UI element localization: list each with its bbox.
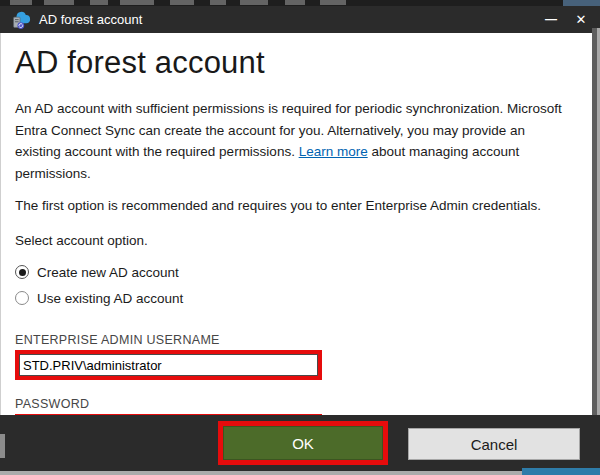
- radio-create-new-ad-account[interactable]: Create new AD account: [15, 261, 574, 283]
- dialog-content: AD forest account An AD account with suf…: [0, 33, 592, 415]
- radio-use-existing-label: Use existing AD account: [37, 291, 183, 306]
- background-text-fragment: [285, 0, 305, 5]
- page-title: AD forest account: [15, 45, 574, 81]
- background-text-fragment: [170, 0, 194, 5]
- dialog-footer: OK Cancel: [0, 415, 600, 471]
- username-label: ENTERPRISE ADMIN USERNAME: [15, 333, 574, 347]
- background-text-fragment: [240, 0, 268, 5]
- screen: AD forest account — ✕ AD forest account …: [0, 0, 600, 475]
- username-annotation-highlight: [15, 350, 322, 380]
- radio-unselected-icon: [15, 291, 29, 305]
- cancel-button[interactable]: Cancel: [408, 428, 580, 460]
- background-text-fragment: [44, 0, 74, 5]
- dialog-titlebar: AD forest account — ✕: [0, 6, 600, 33]
- ok-annotation-highlight: OK: [218, 421, 388, 465]
- background-window-bottom-strip: [0, 471, 522, 475]
- select-option-label: Select account option.: [15, 230, 574, 252]
- password-label: PASSWORD: [15, 397, 574, 411]
- window-controls: — ✕: [536, 6, 600, 33]
- background-window-blue-fragment: [522, 468, 600, 475]
- entra-connect-sync-app-icon: [11, 10, 31, 30]
- background-text-fragment: [90, 0, 108, 5]
- minimize-button[interactable]: —: [536, 6, 566, 33]
- ok-button[interactable]: OK: [223, 426, 383, 460]
- background-text-fragment: [320, 0, 346, 5]
- learn-more-link[interactable]: Learn more: [299, 144, 368, 159]
- background-text-fragment: [10, 0, 32, 5]
- radio-selected-icon: [15, 265, 29, 279]
- intro-text: An AD account with sufficient permission…: [15, 98, 574, 184]
- radio-use-existing-ad-account[interactable]: Use existing AD account: [15, 287, 574, 309]
- radio-create-new-label: Create new AD account: [37, 265, 179, 280]
- background-text-fragment: [0, 434, 5, 458]
- background-text-fragment: [210, 0, 226, 5]
- recommendation-text: The first option is recommended and requ…: [15, 195, 574, 217]
- account-option-radio-group: Create new AD account Use existing AD ac…: [15, 261, 574, 309]
- username-input[interactable]: [19, 354, 318, 376]
- background-text-fragment: [120, 0, 154, 5]
- window-title: AD forest account: [39, 12, 142, 27]
